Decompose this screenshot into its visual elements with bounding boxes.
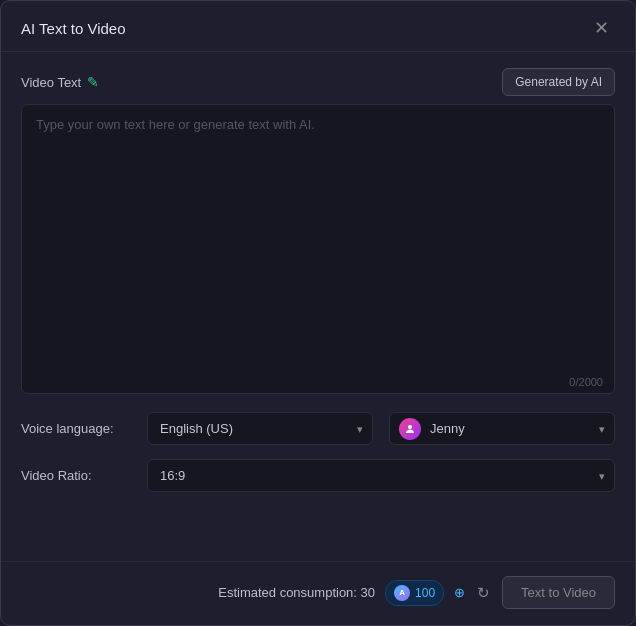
video-text-label: Video Text ✎ bbox=[21, 74, 99, 90]
ai-credit-value: 100 bbox=[415, 586, 435, 600]
video-ratio-label: Video Ratio: bbox=[21, 468, 131, 483]
text-area-wrapper: 0/2000 bbox=[21, 104, 615, 398]
voice-language-select-wrapper: English (US) English (UK) Spanish French… bbox=[147, 412, 373, 445]
generated-by-ai-button[interactable]: Generated by AI bbox=[502, 68, 615, 96]
video-text-input[interactable] bbox=[21, 104, 615, 394]
voice-language-label: Voice language: bbox=[21, 421, 131, 436]
char-count: 0/2000 bbox=[569, 376, 603, 388]
ai-credit-badge: A 100 bbox=[385, 580, 444, 606]
estimated-consumption-label: Estimated consumption: 30 bbox=[218, 585, 375, 600]
ai-badge-icon: A bbox=[394, 585, 410, 601]
dialog-title: AI Text to Video bbox=[21, 20, 126, 37]
voice-select[interactable]: Jenny Aria Guy Davis bbox=[389, 412, 615, 445]
voice-select-outer-wrapper: Jenny Aria Guy Davis ▾ bbox=[389, 412, 615, 445]
video-ratio-row: Video Ratio: 16:9 9:16 1:1 4:3 ▾ bbox=[21, 459, 615, 492]
video-text-section: Video Text ✎ Generated by AI 0/2000 bbox=[21, 68, 615, 398]
close-button[interactable]: ✕ bbox=[588, 17, 615, 39]
footer-divider bbox=[1, 561, 635, 562]
refresh-button[interactable]: ↻ bbox=[475, 582, 492, 604]
edit-icon[interactable]: ✎ bbox=[87, 74, 99, 90]
estimated-consumption-value: 30 bbox=[361, 585, 375, 600]
text-to-video-button[interactable]: Text to Video bbox=[502, 576, 615, 609]
dialog-body: Video Text ✎ Generated by AI 0/2000 Voic… bbox=[1, 52, 635, 557]
video-text-label-text: Video Text bbox=[21, 75, 81, 90]
footer-row: Estimated consumption: 30 A 100 ⊕ ↻ Text… bbox=[1, 566, 635, 625]
video-text-header: Video Text ✎ Generated by AI bbox=[21, 68, 615, 96]
voice-language-select[interactable]: English (US) English (UK) Spanish French… bbox=[147, 412, 373, 445]
video-ratio-select[interactable]: 16:9 9:16 1:1 4:3 bbox=[147, 459, 615, 492]
add-credits-icon[interactable]: ⊕ bbox=[454, 585, 465, 600]
voice-language-row: Voice language: English (US) English (UK… bbox=[21, 412, 615, 445]
video-ratio-select-wrapper: 16:9 9:16 1:1 4:3 ▾ bbox=[147, 459, 615, 492]
ai-text-to-video-dialog: AI Text to Video ✕ Video Text ✎ Generate… bbox=[0, 0, 636, 626]
dialog-header: AI Text to Video ✕ bbox=[1, 1, 635, 52]
